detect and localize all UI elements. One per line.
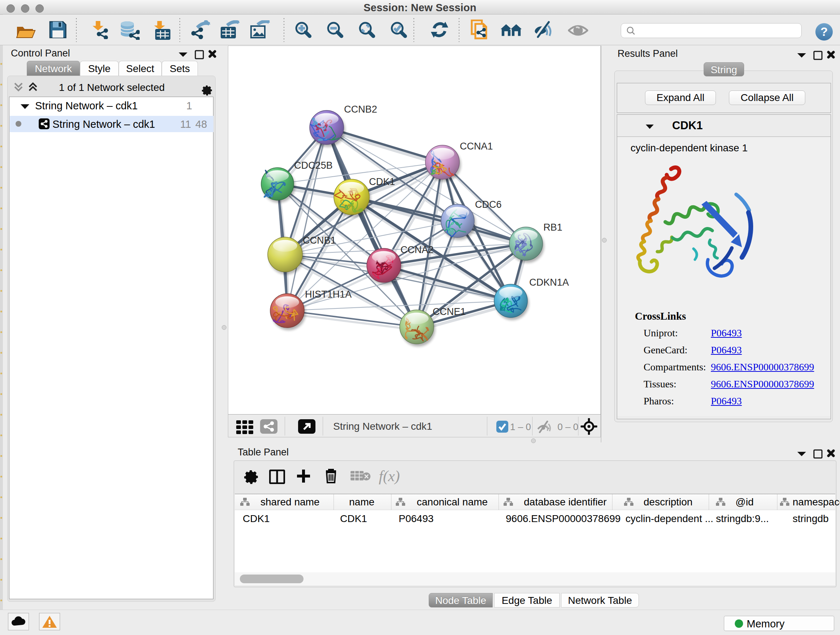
svg-text:CDK1: CDK1 (369, 176, 395, 187)
svg-text:HIST1H1A: HIST1H1A (305, 289, 352, 300)
svg-text:CCNB2: CCNB2 (344, 104, 377, 115)
svg-text:CCNA1: CCNA1 (460, 141, 493, 152)
svg-text:RB1: RB1 (543, 222, 562, 233)
svg-text:CDKN1A: CDKN1A (529, 277, 569, 288)
svg-text:CCNA2: CCNA2 (401, 244, 434, 255)
svg-text:CCNB1: CCNB1 (303, 235, 336, 246)
svg-text:CDC25B: CDC25B (294, 160, 333, 171)
svg-text:CCNE1: CCNE1 (433, 306, 466, 317)
svg-text:CDC6: CDC6 (475, 199, 502, 210)
